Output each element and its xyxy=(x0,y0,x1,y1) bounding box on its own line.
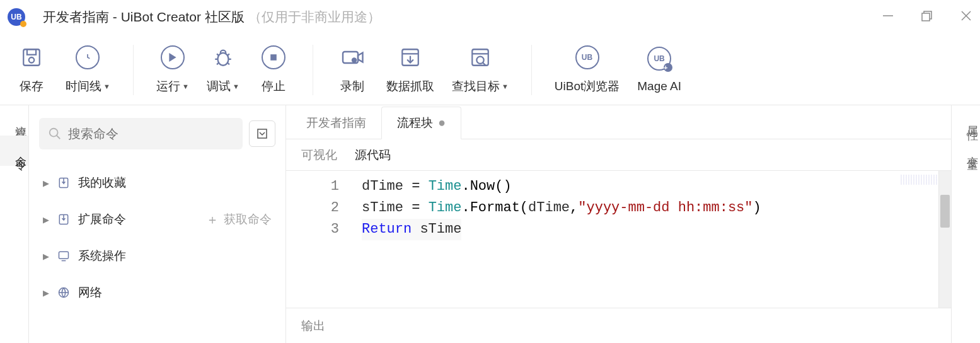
right-tab-variables[interactable]: 变量 xyxy=(952,136,980,166)
svg-rect-28 xyxy=(258,129,267,138)
clock-icon xyxy=(76,45,100,69)
right-tab-properties[interactable]: 属性 xyxy=(952,105,980,136)
code-line[interactable]: sTime = Time.Format(dTime,"yyyy-mm-dd hh… xyxy=(362,197,761,219)
tree-item-label: 网络 xyxy=(78,284,102,301)
tree-item-favorites[interactable]: ▶ 我的收藏 xyxy=(43,165,285,201)
minimize-button[interactable] xyxy=(882,9,894,25)
stop-label: 停止 xyxy=(262,78,285,95)
browser-icon: UB xyxy=(575,45,599,69)
mage-label: Mage AI xyxy=(637,79,681,93)
record-button[interactable]: 录制 xyxy=(327,45,378,95)
camera-icon xyxy=(340,45,364,69)
app-logo: UB xyxy=(8,8,25,26)
svg-rect-2 xyxy=(922,13,930,21)
chevron-down-icon: ▼ xyxy=(233,83,239,90)
view-tab-source[interactable]: 源代码 xyxy=(355,147,391,163)
bookmark-icon xyxy=(57,176,71,190)
tree-item-extensions[interactable]: ▶ 扩展命令 ＋ 获取命令 xyxy=(43,201,285,238)
svg-line-13 xyxy=(228,54,229,55)
scroll-thumb[interactable] xyxy=(940,195,950,228)
tree-item-network[interactable]: ▶ 网络 xyxy=(43,274,285,311)
svg-line-27 xyxy=(57,136,61,139)
svg-marker-8 xyxy=(169,53,176,62)
output-panel-header[interactable]: 输出 xyxy=(286,308,951,343)
maximize-button[interactable] xyxy=(921,9,933,25)
timeline-label: 时间线 xyxy=(66,78,101,95)
code-editor[interactable]: 1dTime = Time.Now()2sTime = Time.Format(… xyxy=(286,171,938,308)
code-line[interactable]: Return sTime xyxy=(362,219,461,240)
record-label: 录制 xyxy=(340,78,364,95)
command-panel: ▶ 我的收藏 ▶ 扩展命令 ＋ 获取命令 ▶ 系统操作 ▶ xyxy=(29,105,286,343)
separator xyxy=(313,45,313,95)
chevron-down-icon: ▼ xyxy=(502,83,509,90)
mage-ai-button[interactable]: UB+ Mage AI xyxy=(628,45,690,95)
tab-label: 开发者指南 xyxy=(306,116,366,129)
svg-rect-31 xyxy=(59,252,69,259)
globe-icon xyxy=(57,286,71,299)
svg-line-12 xyxy=(217,54,219,55)
monitor-icon xyxy=(57,249,71,263)
chevron-right-icon: ▶ xyxy=(43,178,49,188)
browser-label: UiBot浏览器 xyxy=(555,78,620,95)
uibot-browser-button[interactable]: UB UiBot浏览器 xyxy=(546,45,628,95)
grab-icon xyxy=(398,45,422,69)
svg-point-7 xyxy=(29,57,35,63)
line-number: 3 xyxy=(286,219,362,240)
window-title: 开发者指南 - UiBot Creator 社区版 xyxy=(43,8,245,26)
left-tab-flow[interactable]: 流程 xyxy=(0,105,28,136)
chevron-right-icon: ▶ xyxy=(43,252,49,261)
command-tree: ▶ 我的收藏 ▶ 扩展命令 ＋ 获取命令 ▶ 系统操作 ▶ xyxy=(29,158,285,311)
svg-rect-16 xyxy=(270,54,277,61)
run-button[interactable]: 运行▼ xyxy=(147,45,198,95)
tree-item-label: 系统操作 xyxy=(78,248,126,264)
bug-icon xyxy=(211,45,235,69)
separator xyxy=(531,45,532,95)
search-input-wrap[interactable] xyxy=(39,118,243,149)
scrollbar[interactable] xyxy=(938,171,951,308)
debug-button[interactable]: 调试▼ xyxy=(198,45,248,95)
search-input[interactable] xyxy=(68,127,234,141)
editor-tab-guide[interactable]: 开发者指南 xyxy=(291,107,381,139)
get-commands-label: 获取命令 xyxy=(224,211,272,228)
right-tab-strip: 属性 变量 xyxy=(951,105,980,343)
svg-line-15 xyxy=(228,62,229,64)
debug-label: 调试 xyxy=(207,78,231,95)
left-tab-strip: 流程 命令 xyxy=(0,105,29,343)
code-line[interactable]: dTime = Time.Now() xyxy=(362,176,512,197)
minimap xyxy=(901,175,938,185)
run-label: 运行 xyxy=(156,78,180,95)
save-icon xyxy=(20,45,43,69)
search-icon xyxy=(48,127,62,141)
chevron-right-icon: ▶ xyxy=(43,288,49,298)
play-icon xyxy=(161,45,185,69)
chevron-down-icon: ▼ xyxy=(182,83,189,90)
stop-icon xyxy=(262,45,285,69)
svg-point-26 xyxy=(50,129,58,137)
stop-button[interactable]: 停止 xyxy=(248,45,299,95)
titlebar: UB 开发者指南 - UiBot Creator 社区版 （仅用于非商业用途） xyxy=(0,0,980,35)
data-grab-button[interactable]: 数据抓取 xyxy=(378,45,443,95)
svg-point-19 xyxy=(352,58,356,62)
toolbar: 保存 时间线▼ 运行▼ 调试▼ 停止 录制 数据抓取 xyxy=(0,35,980,105)
svg-point-24 xyxy=(476,56,483,63)
svg-point-9 xyxy=(217,52,228,65)
left-tab-commands[interactable]: 命令 xyxy=(0,136,28,166)
editor-tab-block[interactable]: 流程块● xyxy=(381,107,461,139)
find-target-button[interactable]: 查找目标▼ xyxy=(443,45,517,95)
search-filter-toggle[interactable] xyxy=(249,120,275,147)
tab-label: 流程块 xyxy=(397,116,433,129)
view-tab-visual[interactable]: 可视化 xyxy=(301,147,337,163)
svg-line-14 xyxy=(217,62,219,64)
svg-rect-6 xyxy=(27,49,36,55)
line-number: 1 xyxy=(286,176,362,197)
save-button[interactable]: 保存 xyxy=(6,45,57,95)
plus-icon: ＋ xyxy=(206,211,219,228)
find-target-label: 查找目标 xyxy=(452,78,500,95)
get-commands-link[interactable]: ＋ 获取命令 xyxy=(206,211,272,228)
tree-item-system[interactable]: ▶ 系统操作 xyxy=(43,238,285,274)
save-label: 保存 xyxy=(20,78,43,95)
timeline-button[interactable]: 时间线▼ xyxy=(57,45,119,95)
close-button[interactable] xyxy=(960,9,972,25)
editor-tabs: 开发者指南 流程块● xyxy=(286,105,951,139)
line-number: 2 xyxy=(286,197,362,219)
